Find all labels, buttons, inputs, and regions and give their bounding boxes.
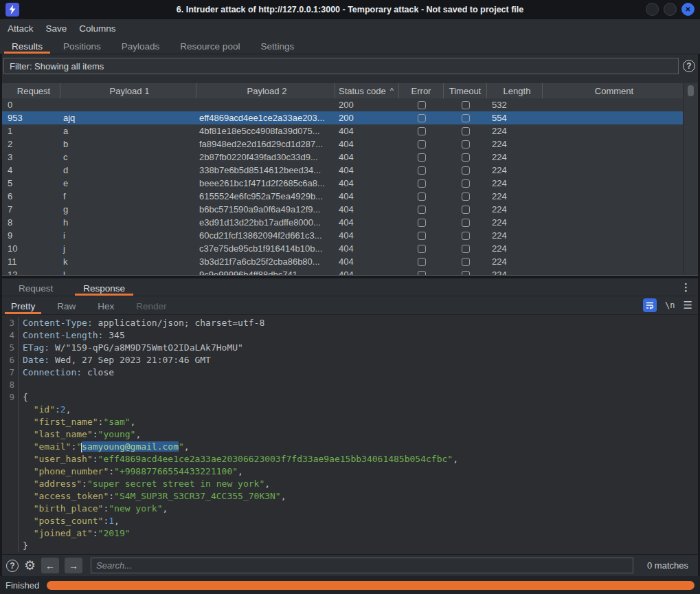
tab-settings[interactable]: Settings xyxy=(253,38,302,54)
column-header-error[interactable]: Error xyxy=(399,83,444,98)
timeout-checkbox[interactable] xyxy=(462,140,470,148)
line-number xyxy=(2,453,19,465)
error-checkbox[interactable] xyxy=(418,245,426,253)
menu-save[interactable]: Save xyxy=(40,23,74,34)
search-bar: ? ⚙ ← → 0 matches xyxy=(2,554,698,576)
timeout-checkbox[interactable] xyxy=(462,114,470,122)
tab-request[interactable]: Request xyxy=(10,278,61,296)
line-number xyxy=(2,503,19,515)
table-row[interactable]: 4d338b7e6b5d8514612beed34...404224 xyxy=(2,164,683,177)
table-row[interactable]: 3c2b87fb0220f439fad30c33d9...404224 xyxy=(2,151,683,164)
column-header-length[interactable]: Length xyxy=(487,83,543,98)
titlebar: 6. Intruder attack of http://127.0.0.1:3… xyxy=(0,0,700,19)
table-row[interactable]: 9i60cd21fcf13862094f2d661c3...404224 xyxy=(2,229,683,242)
timeout-checkbox[interactable] xyxy=(462,271,470,276)
menubar: Attack Save Columns xyxy=(0,19,700,38)
search-input[interactable] xyxy=(91,558,633,573)
filter-field[interactable]: Filter: Showing all items xyxy=(3,58,679,74)
column-header-request[interactable]: Request xyxy=(2,83,60,98)
table-scrollbar[interactable] xyxy=(683,83,698,275)
cell-payload1: ajq xyxy=(60,113,196,123)
timeout-checkbox[interactable] xyxy=(462,101,470,109)
error-checkbox[interactable] xyxy=(418,114,426,122)
tab-raw[interactable]: Raw xyxy=(51,296,82,314)
table-row[interactable]: 953ajqeff4869acd4ee1ce2a33ae203...200554 xyxy=(2,111,683,124)
minimize-button[interactable] xyxy=(646,3,659,16)
tab-positions[interactable]: Positions xyxy=(56,38,109,54)
editor-menu-icon[interactable]: ☰ xyxy=(684,299,692,311)
error-checkbox[interactable] xyxy=(418,192,426,201)
tab-results[interactable]: Results xyxy=(4,38,50,54)
error-checkbox[interactable] xyxy=(418,219,426,227)
error-checkbox[interactable] xyxy=(418,101,426,109)
line-number xyxy=(2,404,19,416)
tab-resource-pool[interactable]: Resource pool xyxy=(172,38,247,54)
table-row[interactable]: 2bfa8948ed2e2d16d29cd1d287...404224 xyxy=(2,138,683,151)
cell-length: 224 xyxy=(487,191,543,201)
prev-match-button[interactable]: ← xyxy=(41,558,59,573)
cell-status-code: 404 xyxy=(335,217,399,228)
left-arrow-icon: ← xyxy=(45,560,55,571)
timeout-checkbox[interactable] xyxy=(462,206,470,214)
error-checkbox[interactable] xyxy=(418,140,426,148)
cell-length: 224 xyxy=(487,243,543,254)
menu-attack[interactable]: Attack xyxy=(1,23,40,34)
cell-length: 532 xyxy=(487,100,543,110)
line-number xyxy=(2,540,19,552)
tab-response[interactable]: Response xyxy=(75,278,133,296)
timeout-checkbox[interactable] xyxy=(462,179,470,188)
maximize-button[interactable] xyxy=(664,3,677,16)
error-checkbox[interactable] xyxy=(418,127,426,135)
main-tab-bar: Results Positions Payloads Resource pool… xyxy=(0,38,700,54)
filter-help-icon[interactable]: ? xyxy=(683,60,695,72)
table-row[interactable]: 6f6155524e6fc952a75ea4929b...404224 xyxy=(2,190,683,203)
error-checkbox[interactable] xyxy=(418,179,426,188)
column-header-payload1[interactable]: Payload 1 xyxy=(60,83,196,98)
error-checkbox[interactable] xyxy=(418,206,426,214)
column-header-timeout[interactable]: Timeout xyxy=(444,83,487,98)
table-row[interactable]: 12l9c9e99996b4ff88dbc741...404224 xyxy=(2,268,683,275)
table-row[interactable]: 0200532 xyxy=(2,98,683,111)
scrollbar-thumb[interactable] xyxy=(688,85,694,96)
search-help-icon[interactable]: ? xyxy=(6,560,19,572)
tab-pretty[interactable]: Pretty xyxy=(5,296,41,314)
word-wrap-icon[interactable] xyxy=(643,298,657,312)
error-checkbox[interactable] xyxy=(418,258,426,266)
newline-icon[interactable]: \n xyxy=(665,300,675,310)
column-header-payload2[interactable]: Payload 2 xyxy=(196,83,335,98)
table-row[interactable]: 5ebeee261bc1f471d2f2685c6a8...404224 xyxy=(2,177,683,190)
table-row[interactable]: 8he3d91d13d22bb17adffe8000...404224 xyxy=(2,216,683,229)
more-options-icon[interactable]: ⋮ xyxy=(681,281,691,294)
cell-request: 4 xyxy=(2,165,60,175)
timeout-checkbox[interactable] xyxy=(462,127,470,135)
table-row[interactable]: 11k3b3d21f7a6cb25f2cba86b80...404224 xyxy=(2,255,683,268)
response-editor[interactable]: 3Content-Type: application/json; charset… xyxy=(2,315,698,554)
table-row[interactable]: 1a4bf81e18e5cc4908fa39d075...404224 xyxy=(2,124,683,138)
timeout-checkbox[interactable] xyxy=(462,232,470,240)
error-checkbox[interactable] xyxy=(418,166,426,175)
tab-payloads[interactable]: Payloads xyxy=(114,38,168,54)
tab-hex[interactable]: Hex xyxy=(91,296,120,314)
cell-status-code: 404 xyxy=(335,243,399,254)
timeout-checkbox[interactable] xyxy=(462,153,470,162)
code-line: "user_hash":"eff4869acd4ee1ce2a33ae20306… xyxy=(2,453,698,465)
code-line: "last_name":"young", xyxy=(2,428,698,441)
error-checkbox[interactable] xyxy=(418,271,426,276)
search-settings-gear-icon[interactable]: ⚙ xyxy=(24,559,36,572)
table-row[interactable]: 10jc37e75de95cb1f916414b10b...404224 xyxy=(2,242,683,255)
timeout-checkbox[interactable] xyxy=(462,219,470,227)
error-checkbox[interactable] xyxy=(418,153,426,162)
timeout-checkbox[interactable] xyxy=(462,258,470,266)
timeout-checkbox[interactable] xyxy=(462,245,470,253)
timeout-checkbox[interactable] xyxy=(462,192,470,201)
timeout-checkbox[interactable] xyxy=(462,166,470,175)
table-row[interactable]: 7gb6bc571590a9a0f6a49a12f9...404224 xyxy=(2,203,683,216)
close-button[interactable]: ✕ xyxy=(681,3,695,16)
column-header-status-code[interactable]: Status code ^ xyxy=(335,83,399,98)
next-match-button[interactable]: → xyxy=(65,558,82,573)
cell-request: 953 xyxy=(2,113,60,123)
menu-columns[interactable]: Columns xyxy=(73,23,122,34)
results-table-body: 0200532953ajqeff4869acd4ee1ce2a33ae203..… xyxy=(2,98,683,275)
error-checkbox[interactable] xyxy=(418,232,426,240)
column-header-comment[interactable]: Comment xyxy=(543,83,683,98)
